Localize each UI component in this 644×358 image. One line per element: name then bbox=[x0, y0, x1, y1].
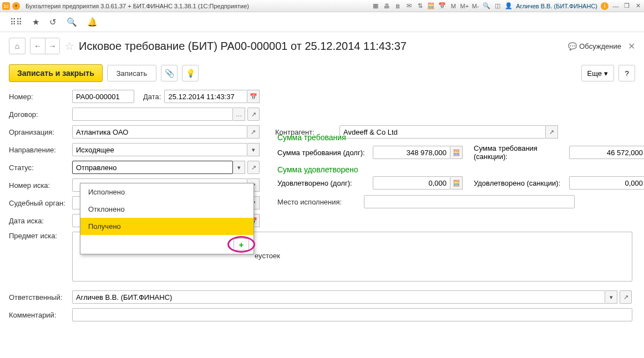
label-sat-debt: Удовлетворено (долг): bbox=[277, 179, 366, 187]
amounts-panel: Сумма требования Сумма требования (долг)… bbox=[277, 132, 632, 213]
search-icon[interactable]: 🔍 bbox=[67, 17, 77, 27]
status-dropdown-button[interactable]: ▾ bbox=[233, 161, 245, 174]
window-minimize-icon[interactable]: — bbox=[612, 2, 620, 10]
label-direction: Направление: bbox=[9, 146, 69, 154]
save-button[interactable]: Записать bbox=[107, 65, 157, 81]
calendar-icon[interactable]: 📅 bbox=[438, 2, 446, 10]
sum-satisfied-header: Сумма удовлетворено bbox=[277, 165, 632, 174]
place-field[interactable] bbox=[364, 195, 575, 208]
mem-mplus-icon[interactable]: M+ bbox=[460, 2, 468, 10]
main-toolbar: ⠿⠿ ★ ↺ 🔍 🔔 bbox=[0, 12, 644, 32]
responsible-open-button[interactable]: ↗ bbox=[620, 290, 632, 304]
chevron-down-icon: ▾ bbox=[604, 69, 608, 78]
sat-sanc-field[interactable] bbox=[569, 176, 644, 190]
discussion-label: Обсуждение bbox=[579, 42, 621, 50]
compare-icon[interactable]: ⇅ bbox=[416, 2, 424, 10]
nav-back-forward: ← → bbox=[30, 38, 60, 54]
user-name[interactable]: Агличев В.В. (БИТ.ФИНАНС) bbox=[516, 3, 597, 9]
page-title: Исковое требование (БИТ) РА00-000001 от … bbox=[79, 40, 407, 53]
contract-field[interactable] bbox=[72, 108, 233, 121]
label-claim-no: Номер иска: bbox=[9, 181, 69, 190]
label-contract: Договор: bbox=[9, 110, 69, 119]
help-button[interactable]: ? bbox=[618, 65, 635, 81]
status-add-button[interactable]: + bbox=[234, 238, 249, 250]
label-subject: Предмет иска: bbox=[9, 232, 69, 240]
window-titlebar: 1c ▾ Бухгалтерия предприятия 3.0.61.37 +… bbox=[0, 0, 644, 12]
more-menu-button[interactable]: Еще ▾ bbox=[581, 65, 614, 81]
window-title: Бухгалтерия предприятия 3.0.61.37 + БИТ.… bbox=[26, 3, 249, 9]
status-open-button[interactable]: ↗ bbox=[247, 161, 260, 174]
info-icon[interactable]: i bbox=[601, 2, 608, 10]
panels-icon[interactable]: ◫ bbox=[494, 2, 501, 10]
print-preview-icon[interactable]: ▦ bbox=[372, 2, 379, 10]
nav-forward-button[interactable]: → bbox=[45, 38, 59, 54]
discussion-button[interactable]: 💬 Обсуждение bbox=[568, 42, 621, 50]
label-court: Судебный орган: bbox=[9, 199, 69, 207]
direction-dropdown-button[interactable]: ▾ bbox=[247, 143, 260, 156]
label-place: Место исполнения: bbox=[277, 198, 361, 206]
label-claim-date: Дата иска: bbox=[9, 217, 69, 225]
sat-debt-calc-button[interactable]: 🧮 bbox=[450, 176, 463, 190]
hint-button[interactable]: 💡 bbox=[182, 65, 199, 81]
page-header: ⌂ ← → ☆ Исковое требование (БИТ) РА00-00… bbox=[9, 38, 635, 54]
notifications-bell-icon[interactable]: 🔔 bbox=[87, 17, 98, 27]
discussion-icon: 💬 bbox=[568, 42, 577, 50]
user-icon[interactable]: 👤 bbox=[505, 2, 513, 10]
status-option[interactable]: Получено bbox=[80, 218, 253, 235]
truncated-text-tail: еустоек bbox=[255, 252, 280, 260]
status-option[interactable]: Исполнено bbox=[80, 183, 253, 201]
label-sum-req-sanc: Сумма требования (санкции): bbox=[474, 144, 562, 161]
favorites-star-icon[interactable]: ★ bbox=[32, 17, 39, 27]
close-form-button[interactable]: ✕ bbox=[628, 41, 635, 52]
label-sum-req-debt: Сумма требования (долг): bbox=[277, 149, 366, 157]
label-comment: Комментарий: bbox=[9, 311, 69, 319]
number-field[interactable] bbox=[72, 90, 134, 103]
contract-open-button[interactable]: ↗ bbox=[247, 108, 260, 121]
contract-select-button[interactable]: … bbox=[233, 108, 245, 121]
comment-field[interactable] bbox=[72, 308, 632, 321]
window-close-icon[interactable]: ✕ bbox=[634, 2, 642, 10]
attach-button[interactable]: 📎 bbox=[161, 65, 178, 81]
home-button[interactable]: ⌂ bbox=[9, 38, 26, 54]
date-picker-button[interactable]: 📅 bbox=[247, 90, 260, 103]
label-status: Статус: bbox=[9, 163, 69, 172]
responsible-field[interactable] bbox=[72, 290, 605, 304]
direction-field[interactable] bbox=[72, 143, 247, 156]
sum-req-debt-calc-button[interactable]: 🧮 bbox=[450, 146, 463, 159]
app-menu-dropdown-icon[interactable]: ▾ bbox=[12, 2, 20, 10]
label-number: Номер: bbox=[9, 93, 69, 101]
status-dropdown-list: Исполнено Отклонено Получено + bbox=[80, 183, 254, 254]
actions-bar: Записать и закрыть Записать 📎 💡 Еще ▾ ? bbox=[9, 64, 635, 82]
org-open-button[interactable]: ↗ bbox=[247, 125, 260, 139]
mem-m-icon[interactable]: M bbox=[449, 2, 457, 10]
doc-icon[interactable]: 🗎 bbox=[394, 2, 402, 10]
print-icon[interactable]: 🖶 bbox=[383, 2, 391, 10]
sum-requirement-header: Сумма требования bbox=[277, 133, 632, 142]
save-and-close-button[interactable]: Записать и закрыть bbox=[9, 64, 103, 82]
sum-req-sanc-field[interactable] bbox=[569, 146, 644, 159]
nav-back-button[interactable]: ← bbox=[31, 38, 45, 54]
mail-icon[interactable]: ✉ bbox=[405, 2, 413, 10]
favorite-star-icon[interactable]: ☆ bbox=[64, 39, 74, 53]
window-restore-icon[interactable]: ❐ bbox=[623, 2, 631, 10]
label-date: Дата: bbox=[143, 93, 161, 101]
responsible-dropdown-button[interactable]: ▾ bbox=[605, 290, 617, 304]
org-field[interactable] bbox=[72, 125, 247, 139]
label-sat-sanc: Удовлетворено (санкции): bbox=[474, 179, 562, 187]
status-field[interactable] bbox=[72, 161, 233, 174]
more-label: Еще bbox=[587, 69, 602, 78]
date-field[interactable] bbox=[164, 90, 247, 103]
label-org: Организация: bbox=[9, 128, 69, 136]
apps-grid-icon[interactable]: ⠿⠿ bbox=[10, 17, 22, 27]
status-option[interactable]: Отклонено bbox=[80, 201, 253, 218]
calculator-icon[interactable]: 🧮 bbox=[427, 2, 435, 10]
label-responsible: Ответственный: bbox=[9, 293, 69, 301]
mem-mminus-icon[interactable]: M- bbox=[471, 2, 479, 10]
zoom-icon[interactable]: 🔍 bbox=[483, 2, 490, 10]
history-icon[interactable]: ↺ bbox=[49, 17, 57, 27]
sum-req-debt-field[interactable] bbox=[373, 146, 450, 159]
app-logo-icon: 1c bbox=[2, 2, 10, 10]
sat-debt-field[interactable] bbox=[373, 176, 450, 190]
